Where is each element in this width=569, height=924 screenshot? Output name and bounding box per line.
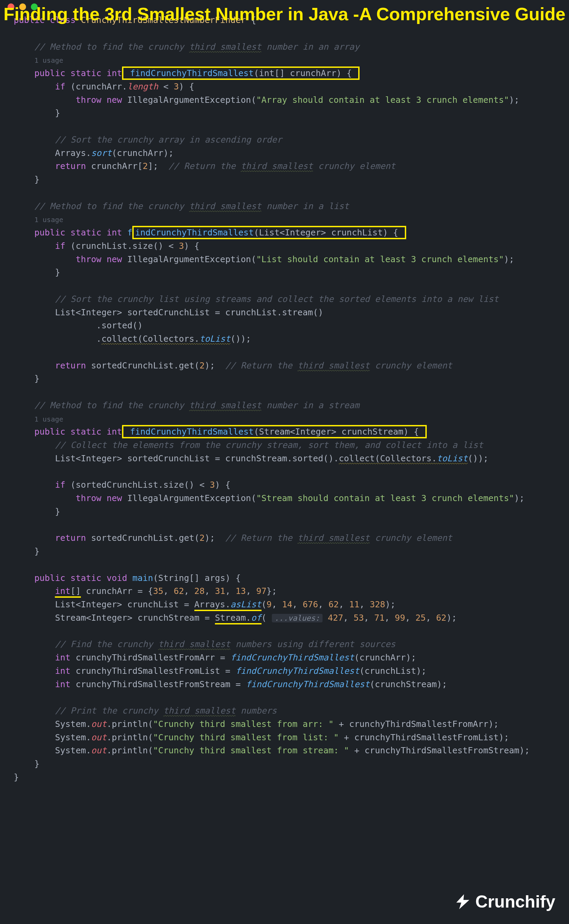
brace-open: { <box>251 15 256 25</box>
class-name: CrunchyThirdSmallestNumberFinder <box>81 15 246 25</box>
m1-sig: (int[] crunchArr) { <box>254 68 352 78</box>
kw-throw: throw <box>76 493 102 503</box>
m1-cmt2: // Sort the crunchy array in ascending o… <box>55 135 282 144</box>
m2-name: indCrunchyThirdSmallest <box>135 228 254 237</box>
meth-sort: sort <box>91 148 112 158</box>
kw-class: class <box>50 15 75 25</box>
class-close-brace: } <box>14 772 19 782</box>
m3-ret-cmt: // Return the third smallest crunchy ele… <box>225 533 452 543</box>
kw-static: static <box>71 427 102 437</box>
kw-public: public <box>34 427 65 437</box>
num-3: 3 <box>174 82 179 91</box>
kw-static: static <box>71 68 102 78</box>
kw-return: return <box>55 360 86 371</box>
m2-sig: (List<Integer> crunchList) { <box>254 228 398 237</box>
window-zoom-button[interactable] <box>31 3 38 10</box>
m1-msg: "Array should contain at least 3 crunch … <box>256 95 509 105</box>
kw-static: static <box>71 228 102 237</box>
m1-comment: // Method to find the crunchy third smal… <box>34 42 359 52</box>
m3-cmt1: // Collect the elements from the crunchy… <box>55 440 483 450</box>
kw-public: public <box>34 573 65 583</box>
kw-void: void <box>106 573 127 583</box>
kw-return: return <box>55 161 86 171</box>
call-1: findCrunchyThirdSmallest <box>230 653 354 663</box>
main-name: main <box>132 573 153 583</box>
kw-throw: throw <box>76 95 102 105</box>
arr-type-underline: int[] <box>55 586 81 598</box>
main-cmt-print: // Print the crunchy third smallest numb… <box>55 706 277 716</box>
kw-new: new <box>106 95 122 105</box>
call-3: findCrunchyThirdSmallest <box>246 679 370 689</box>
m2-decl: List<Integer> sortedCrunchList = crunchL… <box>55 307 323 318</box>
code-area: public class CrunchyThirdSmallestNumberF… <box>0 14 569 791</box>
m3-sig: (Stream<Integer> crunchStream) { <box>254 427 419 437</box>
m2-usage[interactable]: 1 usage <box>34 216 63 224</box>
m1-usage[interactable]: 1 usage <box>34 56 63 64</box>
m2-ret-cmt: // Return the third smallest crunchy ele… <box>225 360 452 371</box>
m3-name: findCrunchyThirdSmallest <box>130 427 254 437</box>
m3-comment: // Method to find the crunchy third smal… <box>34 400 359 410</box>
m1-name: findCrunchyThirdSmallest <box>130 68 254 78</box>
m3-msg: "Stream should contain at least 3 crunch… <box>256 493 514 503</box>
kw-return: return <box>55 533 86 543</box>
collect-warn: collect(Collectors.toList <box>102 334 230 344</box>
kw-public: public <box>34 228 65 237</box>
m3-usage[interactable]: 1 usage <box>34 415 63 423</box>
kw-int: int <box>106 68 122 78</box>
m1-highlight-box: findCrunchyThirdSmallest(int[] crunchArr… <box>122 67 359 80</box>
m2-cmt2: // Sort the crunchy list using streams a… <box>55 294 498 304</box>
call-2: findCrunchyThirdSmallest <box>236 666 359 676</box>
m2-comment: // Method to find the crunchy third smal… <box>34 201 349 211</box>
m2-highlight-box: indCrunchyThirdSmallest(List<Integer> cr… <box>132 226 406 239</box>
exc-type: IllegalArgumentException <box>127 95 251 105</box>
kw-if: if <box>55 241 65 251</box>
main-cmt-find: // Find the crunchy third smallest numbe… <box>55 639 395 649</box>
stream-of-underline: Stream.of <box>215 613 261 625</box>
arrays-aslist-underline: Arrays.asList <box>194 599 262 611</box>
kw-if: if <box>55 82 65 91</box>
code-window: Finding the 3rd Smallest Number in Java … <box>0 0 569 791</box>
kw-if: if <box>55 480 65 490</box>
window-close-button[interactable] <box>8 3 14 10</box>
field-length: length <box>127 82 158 91</box>
kw-int: int <box>106 427 122 437</box>
kw-public: public <box>34 68 65 78</box>
window-minimize-button[interactable] <box>19 3 26 10</box>
m3-highlight-box: findCrunchyThirdSmallest(Stream<Integer>… <box>122 425 427 438</box>
param-hint: ...values: <box>272 614 323 622</box>
kw-new: new <box>106 493 122 503</box>
kw-throw: throw <box>76 254 102 264</box>
kw-int: int <box>106 228 122 237</box>
kw-static: static <box>71 573 102 583</box>
type-arrays: Arrays <box>55 148 86 158</box>
window-titlebar <box>0 0 569 14</box>
kw-new: new <box>106 254 122 264</box>
collect-warn: collect(Collectors.toList <box>339 453 467 464</box>
m2-msg: "List should contain at least 3 crunch e… <box>256 254 504 264</box>
m1-ret-cmt: // Return the third smallest crunchy ele… <box>169 161 396 171</box>
kw-public: public <box>14 15 44 25</box>
